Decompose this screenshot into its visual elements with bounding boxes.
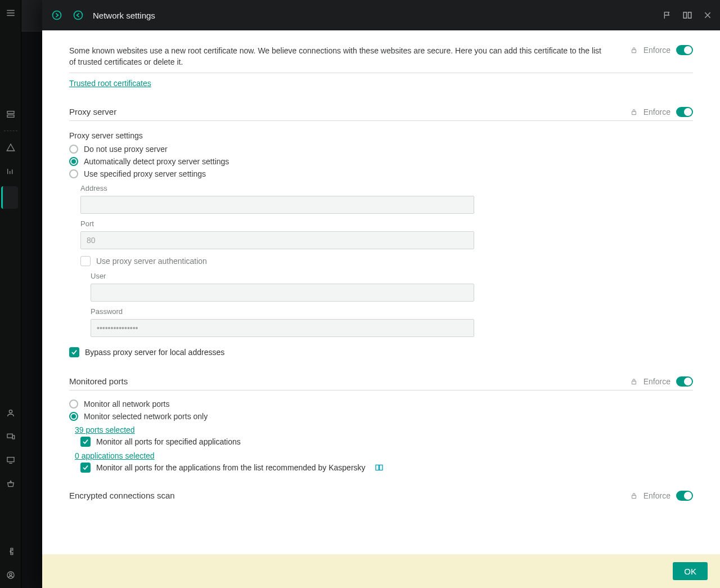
user-input[interactable] <box>91 284 474 302</box>
monitor-apps-check[interactable]: Monitor all ports for specified applicat… <box>80 437 693 447</box>
ports-title: Monitored ports <box>69 376 128 386</box>
proxy-option-specified[interactable]: Use specified proxy server settings <box>69 169 693 178</box>
svg-rect-3 <box>7 434 12 438</box>
radio-icon <box>69 412 78 421</box>
checkbox-icon <box>69 347 79 357</box>
settings-modal: Network settings Some known websites use… <box>42 0 720 588</box>
svg-point-7 <box>10 573 12 576</box>
lock-icon <box>630 492 638 500</box>
enforce-toggle-ports[interactable] <box>676 376 693 387</box>
radio-icon <box>69 169 78 178</box>
ports-option-all[interactable]: Monitor all network ports <box>69 400 693 409</box>
menu-icon[interactable] <box>2 5 19 21</box>
proxy-section-head: Proxy server Enforce <box>69 104 693 121</box>
wrench-icon[interactable] <box>2 543 19 560</box>
enforce-label: Enforce <box>644 46 670 55</box>
address-label: Address <box>80 184 474 192</box>
modal-body[interactable]: Some known websites use a new root certi… <box>42 30 720 588</box>
radio-icon <box>69 400 78 409</box>
enforce-toggle-proxy[interactable] <box>676 107 693 117</box>
ports-all-label: Monitor all network ports <box>84 400 170 409</box>
proxy-auto-label: Automatically detect proxy server settin… <box>84 157 229 166</box>
active-nav-item[interactable] <box>1 186 18 209</box>
flag-icon[interactable] <box>662 10 673 21</box>
radio-icon <box>69 145 78 154</box>
password-label: Password <box>91 307 474 316</box>
checkbox-icon <box>80 437 91 447</box>
proxy-none-label: Do not use proxy server <box>84 145 168 154</box>
monitor-apps-label: Monitor all ports for specified applicat… <box>96 437 241 446</box>
proxy-title: Proxy server <box>69 107 116 116</box>
enforce-label: Enforce <box>644 491 670 500</box>
svg-rect-10 <box>632 50 636 52</box>
svg-point-8 <box>53 11 61 20</box>
ports-sel-label: Monitor selected network ports only <box>84 412 208 421</box>
user-icon[interactable] <box>2 405 19 421</box>
monitor-reco-label: Monitor all ports for the applications f… <box>96 463 366 472</box>
lock-icon <box>630 46 638 54</box>
account-icon[interactable] <box>2 567 19 583</box>
dashboard-icon[interactable] <box>2 106 19 123</box>
proxy-settings-label: Proxy server settings <box>69 131 693 140</box>
backdrop: Network settings Some known websites use… <box>21 0 720 588</box>
trusted-root-link[interactable]: Trusted root certificates <box>69 79 151 88</box>
svg-rect-1 <box>7 115 14 117</box>
ports-selected-link[interactable]: 39 ports selected <box>75 425 693 434</box>
enforce-toggle-top[interactable] <box>676 45 693 55</box>
proxy-option-none[interactable]: Do not use proxy server <box>69 145 693 154</box>
lock-icon <box>630 108 638 116</box>
port-label: Port <box>80 219 474 228</box>
proxy-auth-label: Use proxy server authentication <box>96 257 207 266</box>
svg-rect-11 <box>632 111 636 114</box>
radio-icon <box>69 157 78 166</box>
proxy-auth-check[interactable]: Use proxy server authentication <box>80 256 474 266</box>
svg-rect-13 <box>632 495 636 498</box>
svg-point-2 <box>9 410 12 413</box>
report-icon[interactable] <box>2 163 19 179</box>
left-navbar <box>0 0 21 588</box>
bottom-bar: OK <box>42 554 720 588</box>
ports-option-selected[interactable]: Monitor selected network ports only <box>69 412 693 421</box>
user-label: User <box>91 272 474 280</box>
monitor-icon[interactable] <box>2 452 19 469</box>
trusted-cert-description: Some known websites use a new root certi… <box>69 45 609 68</box>
devices-icon[interactable] <box>2 428 19 445</box>
book-icon[interactable] <box>682 10 693 21</box>
ok-button[interactable]: OK <box>673 562 708 580</box>
enforce-toggle-enc[interactable] <box>676 491 693 501</box>
port-input[interactable] <box>80 231 474 249</box>
svg-rect-5 <box>7 457 14 462</box>
enc-title: Encrypted connections scan <box>69 491 175 500</box>
checkbox-icon <box>80 463 91 473</box>
app-shell: Network settings Some known websites use… <box>0 0 720 588</box>
checkbox-icon <box>80 256 91 266</box>
collapse-icon[interactable] <box>49 7 65 23</box>
svg-rect-12 <box>632 381 636 384</box>
basket-icon[interactable] <box>2 475 19 492</box>
close-icon[interactable] <box>702 10 713 21</box>
monitor-reco-check[interactable]: Monitor all ports for the applications f… <box>80 463 693 473</box>
separator <box>4 131 17 131</box>
bypass-label: Bypass proxy server for local addresses <box>85 348 224 357</box>
trusted-cert-section: Some known websites use a new root certi… <box>69 45 693 88</box>
back-icon[interactable] <box>70 7 86 23</box>
bypass-local-check[interactable]: Bypass proxy server for local addresses <box>69 347 693 357</box>
enc-section-head: Encrypted connections scan Enforce <box>69 487 693 504</box>
ports-section-head: Monitored ports Enforce <box>69 373 693 390</box>
svg-point-9 <box>74 11 83 20</box>
address-input[interactable] <box>80 196 474 214</box>
proxy-specified-fields: Address Port Use proxy server authentica… <box>80 184 474 337</box>
enforce-top: Enforce <box>630 45 693 55</box>
lock-icon <box>630 378 638 385</box>
proxy-option-auto[interactable]: Automatically detect proxy server settin… <box>69 157 693 166</box>
modal-header: Network settings <box>42 0 720 30</box>
modal-title: Network settings <box>93 11 155 20</box>
svg-rect-0 <box>7 111 14 114</box>
enforce-label: Enforce <box>644 377 670 386</box>
warning-icon[interactable] <box>2 139 19 156</box>
apps-selected-link[interactable]: 0 applications selected <box>75 451 693 460</box>
svg-rect-4 <box>12 436 14 439</box>
enforce-label: Enforce <box>644 107 670 116</box>
help-book-icon[interactable] <box>375 463 384 472</box>
password-input[interactable] <box>91 319 474 337</box>
